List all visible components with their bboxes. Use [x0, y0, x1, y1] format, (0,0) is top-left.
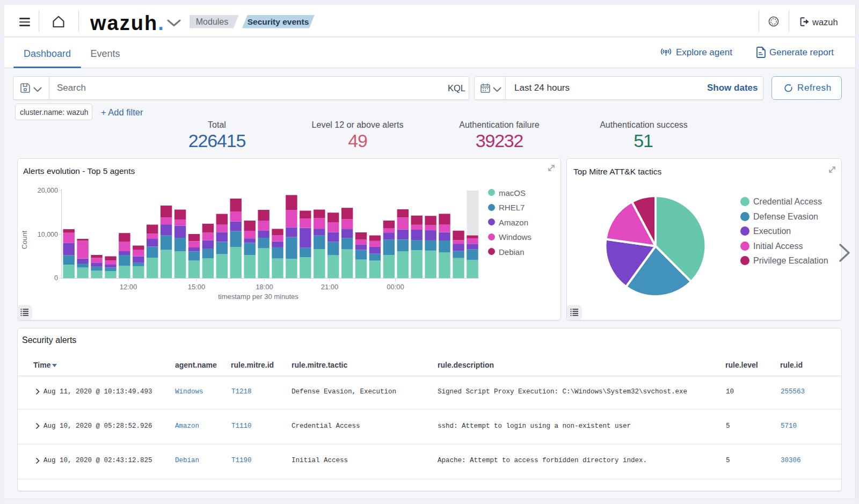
svg-text:18:00: 18:00	[256, 283, 273, 291]
svg-text:15:00: 15:00	[188, 283, 206, 291]
svg-text:10,000: 10,000	[38, 231, 58, 238]
svg-text:Count: Count	[20, 230, 28, 249]
svg-text:00:00: 00:00	[387, 283, 404, 291]
svg-text:21:00: 21:00	[321, 283, 339, 291]
svg-text:12:00: 12:00	[120, 283, 137, 291]
svg-text:20,000: 20,000	[38, 187, 58, 194]
svg-text:timestamp per 30 minutes: timestamp per 30 minutes	[218, 293, 299, 301]
svg-text:0: 0	[54, 274, 58, 282]
